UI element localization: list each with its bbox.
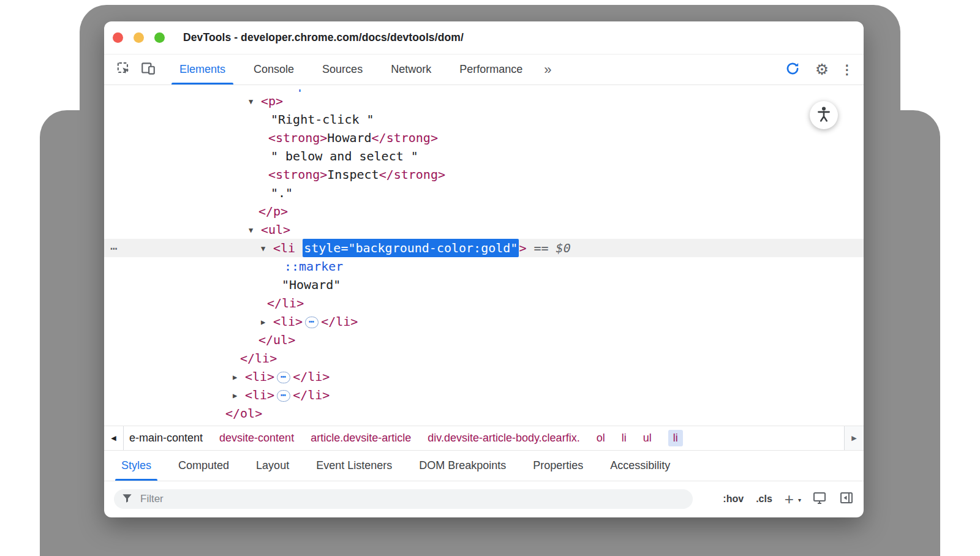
toggle-sidebar-button[interactable]: [839, 490, 854, 508]
row-actions-ellipsis[interactable]: ⋯: [110, 239, 118, 257]
dom-token-tag: <li: [273, 241, 295, 255]
breadcrumb-item[interactable]: li: [668, 430, 683, 446]
dom-token-pseudo: ::marker: [284, 259, 343, 274]
rendering-emulations-button[interactable]: [812, 490, 827, 508]
breadcrumb-scroll-right-button[interactable]: ▶: [844, 426, 864, 450]
styles-toolbar-buttons: :hov .cls + ▾: [723, 490, 854, 508]
inspect-element-button[interactable]: [111, 54, 136, 85]
tab-network[interactable]: Network: [377, 54, 445, 85]
dom-token-tag: </li>: [240, 351, 277, 366]
customize-devtools-button[interactable]: ⋮: [839, 62, 855, 77]
filter-input[interactable]: [139, 492, 685, 506]
dom-tree-row[interactable]: ▶<li>⋯</li>: [104, 386, 864, 404]
dom-token-tag: <li>: [245, 388, 274, 402]
monitor-icon: [812, 497, 827, 507]
dom-tree-row[interactable]: ▼::marker: [104, 85, 864, 92]
breadcrumb-item[interactable]: e-main-content: [129, 432, 203, 445]
dom-tree-row[interactable]: ▶<li>⋯</li>: [104, 312, 864, 331]
panel-tab-dom-breakpoints[interactable]: DOM Breakpoints: [405, 451, 519, 481]
clipped-line: ▼::marker: [249, 85, 320, 92]
dom-token-tag: <li>: [273, 314, 303, 329]
panel-tab-computed[interactable]: Computed: [165, 451, 243, 481]
dom-tree-row[interactable]: "Howard": [104, 276, 864, 294]
breadcrumb: ◀ e-main-contentdevsite-contentarticle.d…: [104, 426, 864, 450]
devtools-window: DevTools - developer.chrome.com/docs/dev…: [104, 21, 864, 517]
dom-tree-row[interactable]: <strong>Howard</strong>: [104, 129, 864, 147]
dom-tree-row[interactable]: ".": [104, 184, 864, 202]
dom-tree-row[interactable]: </ol>: [104, 404, 864, 423]
dom-token-text: [295, 241, 303, 255]
minimize-window-button[interactable]: [134, 32, 144, 43]
filter-field[interactable]: [114, 489, 693, 509]
accessibility-helper-button[interactable]: [810, 101, 838, 129]
chevron-down-icon[interactable]: ▼: [249, 86, 261, 92]
close-window-button[interactable]: [113, 32, 123, 43]
new-style-rule-button[interactable]: + ▾: [785, 493, 800, 505]
expand-ellipsis-button[interactable]: ⋯: [277, 390, 290, 402]
chevron-right-icon[interactable]: ▶: [233, 386, 245, 405]
dom-token-eq: ==: [526, 241, 556, 255]
tab-console[interactable]: Console: [239, 54, 308, 85]
element-classes-button[interactable]: .cls: [756, 494, 772, 505]
settings-button[interactable]: ⚙: [811, 61, 833, 78]
dom-token-text: "Howard": [282, 277, 341, 292]
expand-ellipsis-button[interactable]: ⋯: [305, 317, 318, 328]
tab-performance[interactable]: Performance: [445, 54, 537, 85]
breadcrumb-item[interactable]: div.devsite-article-body.clearfix.: [428, 432, 579, 445]
breadcrumb-item[interactable]: ul: [643, 432, 652, 445]
dom-tree-row[interactable]: ▼<p>: [104, 92, 864, 110]
dom-tree: ▼::marker▼<p>"Right-click "<strong>Howar…: [104, 85, 864, 426]
chevron-double-right-icon: »: [544, 62, 551, 78]
breadcrumb-item[interactable]: ol: [597, 432, 605, 445]
chevron-down-icon[interactable]: ▼: [249, 92, 261, 111]
dom-token-tag: <strong>: [268, 130, 327, 145]
sidebar-panel-tabs: StylesComputedLayoutEvent ListenersDOM B…: [104, 450, 864, 481]
device-toolbar-icon: [140, 61, 156, 79]
chevron-down-icon[interactable]: ▼: [249, 221, 261, 239]
selected-attribute-value[interactable]: style="background-color:gold": [303, 239, 519, 257]
dom-tree-row[interactable]: " below and select ": [104, 147, 864, 165]
zoom-window-button[interactable]: [154, 32, 165, 43]
triangle-left-icon: ◀: [111, 434, 116, 442]
chevron-right-icon[interactable]: ▶: [233, 368, 245, 386]
dom-tree-row[interactable]: "Right-click ": [104, 110, 864, 129]
dom-tree-row[interactable]: ::marker: [104, 257, 864, 276]
breadcrumb-scroll-left-button[interactable]: ◀: [104, 426, 124, 450]
toolbar-tabs: ElementsConsoleSourcesNetworkPerformance: [165, 54, 537, 85]
dom-tree-row[interactable]: ▶<li>⋯</li>: [104, 367, 864, 386]
devtools-toolbar: ElementsConsoleSourcesNetworkPerformance…: [104, 54, 864, 85]
dom-token-tag: </li>: [293, 388, 330, 402]
dom-tree-row[interactable]: ▼<ul>: [104, 220, 864, 239]
breadcrumb-items: e-main-contentdevsite-contentarticle.dev…: [124, 426, 844, 450]
sync-button[interactable]: [780, 61, 805, 79]
styles-filter-bar: :hov .cls + ▾: [104, 481, 864, 518]
chevron-down-icon[interactable]: ▼: [261, 239, 273, 258]
dom-token-tag: </p>: [258, 204, 288, 219]
breadcrumb-item[interactable]: article.devsite-article: [311, 432, 411, 445]
toggle-element-state-button[interactable]: :hov: [723, 494, 744, 505]
tab-sources[interactable]: Sources: [308, 54, 377, 85]
expand-ellipsis-button[interactable]: ⋯: [277, 372, 290, 383]
panel-tab-styles[interactable]: Styles: [108, 451, 165, 481]
breadcrumb-item[interactable]: li: [622, 432, 627, 445]
panel-tab-event-listeners[interactable]: Event Listeners: [303, 451, 405, 481]
panel-tab-properties[interactable]: Properties: [519, 451, 597, 481]
toolbar-right: ⚙ ⋮: [780, 54, 864, 85]
toggle-device-toolbar-button[interactable]: [136, 54, 160, 85]
dom-tree-row[interactable]: <strong>Inspect</strong>: [104, 165, 864, 184]
dom-token-tag: </strong>: [379, 167, 445, 182]
dom-token-text: "Right-click ": [271, 112, 374, 127]
more-panels-button[interactable]: »: [537, 54, 559, 85]
chevron-right-icon[interactable]: ▶: [261, 313, 273, 331]
dom-tree-row[interactable]: ⋯▼<li style="background-color:gold"> == …: [104, 239, 864, 257]
dom-token-tag: </ul>: [258, 332, 295, 347]
tab-elements[interactable]: Elements: [165, 54, 239, 85]
funnel-icon: [121, 492, 133, 506]
dom-tree-row[interactable]: </p>: [104, 202, 864, 220]
dom-tree-row[interactable]: </li>: [104, 294, 864, 312]
dom-tree-row[interactable]: </li>: [104, 349, 864, 367]
panel-tab-layout[interactable]: Layout: [243, 451, 303, 481]
panel-tab-accessibility[interactable]: Accessibility: [597, 451, 684, 481]
breadcrumb-item[interactable]: devsite-content: [219, 432, 294, 445]
dom-tree-row[interactable]: </ul>: [104, 331, 864, 349]
